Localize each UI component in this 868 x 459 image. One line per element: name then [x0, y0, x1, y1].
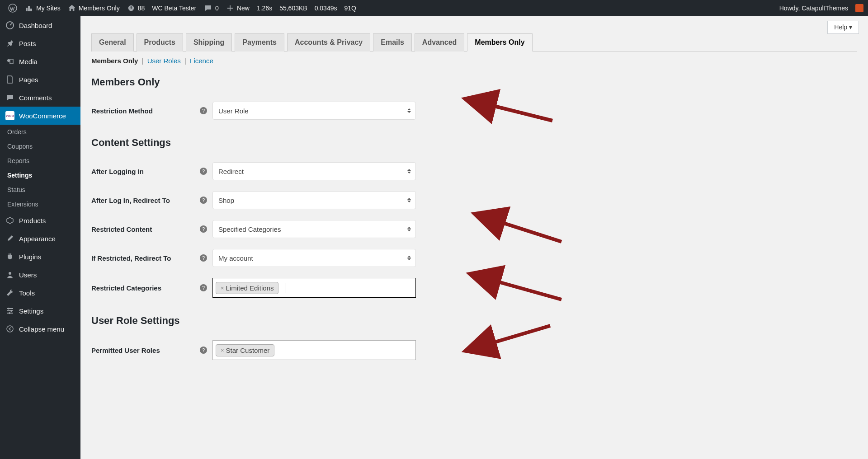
- remove-token-icon[interactable]: ×: [221, 347, 224, 354]
- debug-time[interactable]: 1.26s: [253, 5, 276, 12]
- sidebar-appearance[interactable]: Appearance: [0, 230, 80, 248]
- row-permitted-user-roles: Permitted User Roles ? × Star Customer: [91, 335, 857, 365]
- sidebar-wc-settings[interactable]: Settings: [0, 168, 80, 183]
- tab-general[interactable]: General: [91, 33, 134, 52]
- annotation-arrow: [494, 215, 566, 237]
- sidebar-plugins[interactable]: Plugins: [0, 248, 80, 266]
- svg-point-4: [8, 308, 9, 309]
- multiselect-restricted-categories[interactable]: × Limited Editions: [212, 278, 416, 298]
- tab-shipping[interactable]: Shipping: [186, 33, 232, 52]
- help-tab[interactable]: Help ▾: [827, 21, 859, 34]
- new-label: New: [237, 5, 250, 12]
- sidebar-posts[interactable]: Posts: [0, 34, 80, 52]
- select-restriction-method[interactable]: User Role: [212, 102, 416, 120]
- tab-members-only[interactable]: Members Only: [467, 33, 532, 52]
- sidebar-users-label: Users: [19, 271, 37, 279]
- svg-point-5: [10, 310, 12, 312]
- row-restriction-method: Restriction Method ? User Role: [91, 96, 857, 125]
- sidebar-products-label: Products: [19, 217, 46, 225]
- media-icon: [5, 57, 14, 66]
- sidebar-media[interactable]: Media: [0, 52, 80, 70]
- collapse-menu-label: Collapse menu: [19, 325, 64, 333]
- help-icon[interactable]: ?: [200, 284, 207, 291]
- subnav-members[interactable]: Members Only: [91, 57, 138, 65]
- sidebar-status[interactable]: Status: [0, 183, 80, 197]
- sidebar-extensions[interactable]: Extensions: [0, 197, 80, 211]
- help-icon[interactable]: ?: [200, 254, 207, 262]
- token-limited-editions[interactable]: × Limited Editions: [216, 282, 278, 294]
- tab-payments[interactable]: Payments: [235, 33, 284, 52]
- select-after-login-redirect[interactable]: Shop: [212, 191, 416, 209]
- help-icon[interactable]: ?: [200, 197, 207, 204]
- sidebar-coupons[interactable]: Coupons: [0, 139, 80, 154]
- wc-beta-tester[interactable]: WC Beta Tester: [148, 5, 200, 12]
- collapse-menu[interactable]: Collapse menu: [0, 320, 80, 338]
- sidebar-pages[interactable]: Pages: [0, 70, 80, 89]
- sidebar-users[interactable]: Users: [0, 266, 80, 284]
- section-subnav: Members Only | User Roles | Licence: [91, 52, 857, 70]
- select-if-restricted-redirect[interactable]: My account: [212, 249, 416, 267]
- debug-memory[interactable]: 55,603KB: [276, 5, 311, 12]
- brush-icon: [5, 234, 14, 243]
- tab-products[interactable]: Products: [137, 33, 183, 52]
- label-restricted-content: Restricted Content: [91, 225, 200, 233]
- select-caret-icon: [407, 108, 411, 113]
- sidebar-settings[interactable]: Settings: [0, 302, 80, 320]
- content-area: Help ▾ General Products Shipping Payment…: [80, 16, 868, 459]
- svg-line-8: [489, 105, 552, 121]
- sliders-icon: [5, 306, 14, 315]
- row-after-logging-in: After Logging In ? Redirect: [91, 157, 857, 186]
- select-caret-icon: [407, 169, 411, 173]
- subnav-licence[interactable]: Licence: [190, 57, 213, 65]
- network-sites-icon[interactable]: My Sites: [21, 4, 64, 13]
- howdy-user[interactable]: Howdy, CatapultThemes: [776, 5, 852, 12]
- select-value: My account: [218, 254, 253, 262]
- svg-point-7: [7, 326, 13, 332]
- token-star-customer[interactable]: × Star Customer: [216, 344, 274, 356]
- updates-count: 88: [138, 5, 145, 12]
- sidebar-products[interactable]: Products: [0, 211, 80, 230]
- tab-advanced[interactable]: Advanced: [415, 33, 464, 52]
- comment-icon: [5, 93, 14, 102]
- label-restriction-method: Restriction Method: [91, 107, 200, 115]
- svg-line-10: [494, 281, 561, 300]
- subnav-user-roles[interactable]: User Roles: [147, 57, 181, 65]
- help-icon[interactable]: ?: [200, 347, 207, 354]
- sidebar-reports[interactable]: Reports: [0, 154, 80, 168]
- select-after-logging-in[interactable]: Redirect: [212, 162, 416, 180]
- select-restricted-content[interactable]: Specified Categories: [212, 220, 416, 238]
- wordpress-logo[interactable]: [5, 4, 21, 13]
- site-home[interactable]: Members Only: [64, 4, 123, 12]
- heading-members-only: Members Only: [91, 76, 857, 88]
- token-label: Star Customer: [226, 347, 270, 354]
- label-if-restricted-redirect: If Restricted, Redirect To: [91, 254, 200, 262]
- admin-bar: My Sites Members Only 88 WC Beta Tester …: [0, 0, 868, 16]
- help-icon[interactable]: ?: [200, 168, 207, 175]
- user-avatar[interactable]: [855, 4, 863, 12]
- select-value: Shop: [218, 197, 234, 204]
- sidebar-dashboard[interactable]: Dashboard: [0, 16, 80, 34]
- help-icon[interactable]: ?: [200, 107, 207, 114]
- svg-line-9: [498, 221, 561, 242]
- sidebar-comments[interactable]: Comments: [0, 89, 80, 107]
- text-cursor: [286, 283, 286, 293]
- help-icon[interactable]: ?: [200, 225, 207, 233]
- sidebar-tools[interactable]: Tools: [0, 284, 80, 302]
- debug-queries[interactable]: 91Q: [340, 5, 359, 12]
- separator: |: [184, 57, 186, 65]
- sidebar-orders[interactable]: Orders: [0, 125, 80, 139]
- dashboard-icon: [5, 21, 14, 30]
- annotation-arrow: [485, 98, 557, 121]
- tab-accounts[interactable]: Accounts & Privacy: [287, 33, 370, 52]
- debug-sql-time[interactable]: 0.0349s: [311, 5, 341, 12]
- heading-user-role-settings: User Role Settings: [91, 315, 857, 327]
- sidebar-woocommerce[interactable]: woo WooCommerce: [0, 107, 80, 125]
- multiselect-permitted-roles[interactable]: × Star Customer: [212, 340, 416, 360]
- select-value: User Role: [218, 107, 249, 115]
- new-content[interactable]: New: [222, 4, 253, 12]
- tab-emails[interactable]: Emails: [373, 33, 412, 52]
- sidebar-dashboard-label: Dashboard: [19, 22, 52, 29]
- remove-token-icon[interactable]: ×: [221, 285, 224, 291]
- updates-item[interactable]: 88: [123, 4, 149, 12]
- comments-item[interactable]: 0: [200, 4, 222, 13]
